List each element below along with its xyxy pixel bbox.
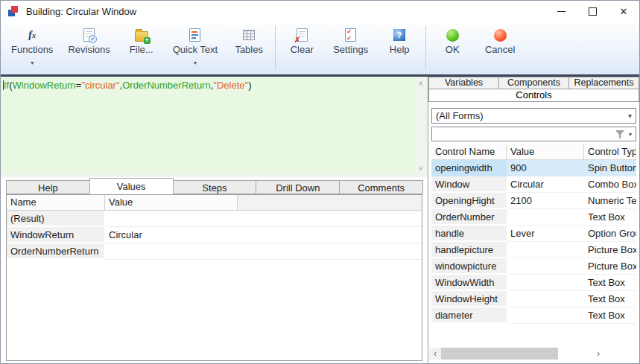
cell-control-name: windowpicture xyxy=(431,258,507,275)
functions-button[interactable]: fx Functions ▾ xyxy=(4,22,60,66)
row-value xyxy=(105,243,422,260)
row-name: OrderNumberReturn xyxy=(7,243,105,260)
help-button[interactable]: ? Help xyxy=(376,22,423,55)
control-search-box[interactable]: ▾ xyxy=(431,127,636,141)
column-header-control-type[interactable]: Control Type xyxy=(584,144,636,160)
column-header-name[interactable]: Name xyxy=(7,195,105,211)
formula-token: "Delete" xyxy=(213,80,248,91)
tab-drill-down[interactable]: Drill Down xyxy=(256,180,340,194)
main-area: If(WindowReturn="circular",OrderNumberRe… xyxy=(1,77,639,364)
cell-value: Circular xyxy=(507,176,584,193)
tab-components[interactable]: Components xyxy=(499,77,569,89)
help-label: Help xyxy=(390,44,410,55)
minimize-button[interactable] xyxy=(545,1,577,22)
quick-text-icon xyxy=(189,28,200,42)
cell-control-type: Combo Box xyxy=(584,176,636,193)
table-row[interactable]: Window Circular Combo Box xyxy=(431,176,636,193)
ok-button[interactable]: OK xyxy=(428,22,476,55)
tab-steps[interactable]: Steps xyxy=(173,180,257,194)
cell-control-name: handlepicture xyxy=(431,242,507,258)
formula-text: If(WindowReturn="circular",OrderNumberRe… xyxy=(1,77,428,91)
column-header-value[interactable]: Value xyxy=(507,144,584,160)
cell-control-type: Option Group xyxy=(584,226,636,242)
settings-icon: ✓✓ xyxy=(345,28,356,42)
table-row[interactable]: diameter Text Box xyxy=(431,307,636,324)
settings-button[interactable]: ✓✓ Settings xyxy=(326,22,376,55)
cell-value: Lever xyxy=(507,226,584,242)
quick-text-button[interactable]: Quick Text ▾ xyxy=(165,22,225,66)
ok-label: OK xyxy=(446,44,460,55)
cell-value xyxy=(507,291,584,307)
cell-control-type: Text Box xyxy=(584,307,636,324)
table-row[interactable]: OrderNumberReturn xyxy=(7,243,422,260)
cell-control-name: diameter xyxy=(431,307,507,324)
toolbar-separator xyxy=(425,26,426,70)
tab-replacements[interactable]: Replacements xyxy=(569,77,639,89)
maximize-button[interactable] xyxy=(577,1,608,22)
controls-table: Control Name Value Control Type openingw… xyxy=(431,144,636,324)
table-row[interactable]: OpeningHight 2100 Numeric Text Box xyxy=(431,193,636,209)
toolbar-separator xyxy=(275,26,276,70)
formula-editor[interactable]: If(WindowReturn="circular",OrderNumberRe… xyxy=(1,77,428,177)
table-row[interactable]: handlepicture Picture Box xyxy=(431,242,636,258)
cancel-button[interactable]: Cancel xyxy=(476,22,524,55)
file-add-icon: + xyxy=(135,28,148,42)
cell-control-type: Text Box xyxy=(584,291,636,307)
scroll-up-icon[interactable]: ∧ xyxy=(418,78,423,89)
tables-button[interactable]: Tables xyxy=(225,22,273,55)
table-row[interactable]: WindowWidth Text Box xyxy=(431,275,636,291)
header-filler xyxy=(238,195,422,211)
right-tab-strip: Variables Components Replacements xyxy=(428,77,639,89)
app-window: Building: Circular Window ✕ fx Functions… xyxy=(0,0,640,364)
scrollbar-thumb[interactable] xyxy=(441,348,558,360)
row-value xyxy=(105,211,422,227)
functions-dropdown-icon[interactable]: ▾ xyxy=(31,60,34,66)
bottom-tab-strip: Help Values Steps Drill Down Comments xyxy=(1,178,428,194)
scroll-left-icon[interactable]: ‹ xyxy=(429,348,441,360)
tab-variables[interactable]: Variables xyxy=(428,77,499,89)
revisions-button[interactable]: ✓ Revisions xyxy=(60,22,117,55)
scroll-down-icon[interactable]: ∨ xyxy=(418,163,423,173)
forms-filter-combobox[interactable]: (All Forms) ▾ xyxy=(431,108,636,124)
cell-value xyxy=(507,307,584,324)
search-input[interactable] xyxy=(436,127,612,141)
settings-label: Settings xyxy=(333,44,368,55)
table-row[interactable]: (Result) xyxy=(7,211,422,227)
horizontal-scrollbar[interactable]: ‹ › xyxy=(429,348,639,360)
ok-icon xyxy=(446,28,459,42)
title-bar: Building: Circular Window ✕ xyxy=(1,1,639,22)
column-header-value[interactable]: Value xyxy=(105,195,238,211)
quick-text-label: Quick Text xyxy=(173,44,218,55)
file-button[interactable]: + File... xyxy=(118,22,165,55)
right-pane: Variables Components Replacements Contro… xyxy=(428,77,639,364)
cancel-label: Cancel xyxy=(485,44,515,55)
clear-button[interactable]: ✗ Clear xyxy=(278,22,326,55)
formula-token: "circular" xyxy=(81,80,119,91)
table-row[interactable]: OrderNumber Text Box xyxy=(431,209,636,226)
left-pane: If(WindowReturn="circular",OrderNumberRe… xyxy=(1,77,428,364)
scroll-right-icon[interactable]: › xyxy=(558,348,639,360)
tab-help[interactable]: Help xyxy=(6,180,90,194)
tab-values[interactable]: Values xyxy=(89,178,174,194)
column-header-control-name[interactable]: Control Name xyxy=(431,144,507,160)
window-controls: ✕ xyxy=(545,1,639,22)
values-table-header: Name Value xyxy=(7,195,422,211)
cell-value xyxy=(507,275,584,291)
app-icon xyxy=(7,5,19,17)
table-row[interactable]: WindowReturn Circular xyxy=(7,227,422,243)
cancel-icon xyxy=(494,28,507,42)
filter-dropdown-icon[interactable]: ▾ xyxy=(629,131,632,138)
filter-funnel-icon[interactable] xyxy=(615,130,625,138)
table-row[interactable]: windowpicture Picture Box xyxy=(431,258,636,275)
table-row[interactable]: WindowHeight Text Box xyxy=(431,291,636,307)
tab-controls[interactable]: Controls xyxy=(428,89,639,102)
close-button[interactable]: ✕ xyxy=(608,1,639,22)
quick-text-dropdown-icon[interactable]: ▾ xyxy=(194,60,197,66)
tab-comments[interactable]: Comments xyxy=(339,180,423,194)
row-name: WindowReturn xyxy=(7,227,105,243)
tables-icon xyxy=(243,28,255,42)
cell-control-name: Window xyxy=(431,176,507,193)
table-row-selected[interactable]: openingwidth 900 Spin Button xyxy=(431,160,636,176)
formula-scrollbar[interactable]: ∧ ∨ xyxy=(415,78,426,173)
table-row[interactable]: handle Lever Option Group xyxy=(431,226,636,242)
